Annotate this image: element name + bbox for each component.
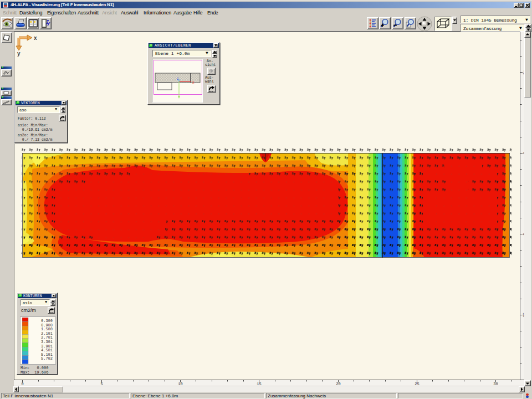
- svg-text:z: z: [177, 76, 179, 80]
- svg-text:x: x: [192, 80, 195, 84]
